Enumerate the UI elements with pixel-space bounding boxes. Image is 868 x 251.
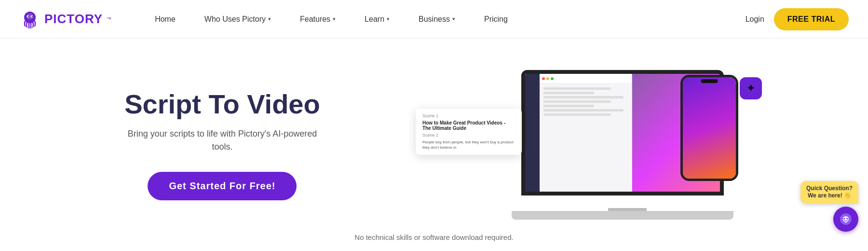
svg-point-8 bbox=[847, 218, 848, 220]
phone-screen bbox=[683, 77, 736, 179]
hero-subtitle: Bring your scripts to life with Pictory'… bbox=[121, 127, 324, 153]
nav-links: Home Who Uses Pictory ▾ Features ▾ Learn… bbox=[140, 15, 745, 24]
chevron-down-icon: ▾ bbox=[333, 16, 336, 22]
script-scene1: Scene 1 bbox=[422, 113, 515, 118]
chevron-down-icon: ▾ bbox=[387, 16, 390, 22]
login-button[interactable]: Login bbox=[746, 15, 764, 24]
screen-header bbox=[540, 74, 632, 84]
chat-widget[interactable]: Quick Question? We are here! 👋 bbox=[800, 181, 858, 232]
nav-item-who-uses[interactable]: Who Uses Pictory ▾ bbox=[190, 15, 285, 24]
nav-item-home[interactable]: Home bbox=[140, 15, 190, 24]
nav-right: Login FREE TRIAL bbox=[746, 8, 849, 30]
brand-tm: ™ bbox=[107, 16, 111, 22]
window-dot-green bbox=[551, 77, 554, 80]
laptop-mockup bbox=[512, 70, 743, 220]
chat-line2: We are here! 👋 bbox=[806, 192, 853, 200]
nav-learn-label: Learn bbox=[365, 15, 384, 24]
chat-icon[interactable] bbox=[833, 207, 858, 232]
logo[interactable]: PICTORY™ bbox=[19, 9, 111, 30]
phone-notch bbox=[701, 79, 718, 83]
chat-line1: Quick Question? bbox=[806, 185, 853, 193]
svg-point-4 bbox=[28, 15, 29, 16]
script-card: Scene 1 How to Make Great Product Videos… bbox=[416, 109, 522, 155]
chat-bubble: Quick Question? We are here! 👋 bbox=[800, 181, 858, 204]
script-card-title: How to Make Great Product Videos - The U… bbox=[422, 120, 515, 131]
nav-item-learn[interactable]: Learn ▾ bbox=[350, 15, 404, 24]
screen-line bbox=[543, 105, 594, 107]
screen-line bbox=[543, 100, 611, 103]
screen-line bbox=[543, 87, 611, 90]
screen-line bbox=[543, 96, 624, 98]
svg-point-7 bbox=[844, 218, 845, 220]
nav-home-label: Home bbox=[155, 15, 176, 24]
hero-right: ✦ Scene 1 How to Make Great Product Vide… bbox=[425, 70, 829, 220]
nav-item-business[interactable]: Business ▾ bbox=[404, 15, 470, 24]
chevron-down-icon: ▾ bbox=[268, 16, 271, 22]
screen-line bbox=[543, 113, 611, 116]
screen-sidebar bbox=[525, 74, 540, 192]
chat-brain-icon bbox=[839, 212, 853, 226]
screen-app-overlay bbox=[525, 74, 632, 192]
nav-business-label: Business bbox=[419, 15, 450, 24]
script-card-body: People buy from people, but they won't b… bbox=[422, 139, 515, 150]
get-started-button[interactable]: Get Started For Free! bbox=[148, 172, 297, 200]
free-trial-button[interactable]: FREE TRIAL bbox=[774, 8, 849, 30]
magic-wand-icon: ✦ bbox=[746, 82, 755, 95]
navbar: PICTORY™ Home Who Uses Pictory ▾ Feature… bbox=[0, 0, 868, 39]
hero-section: Script To Video Bring your scripts to li… bbox=[0, 39, 868, 251]
nav-pricing-label: Pricing bbox=[484, 15, 508, 24]
script-scene2: Scene 2 bbox=[422, 133, 515, 138]
logo-icon bbox=[19, 9, 41, 30]
nav-who-uses-label: Who Uses Pictory bbox=[204, 15, 266, 24]
nav-features-label: Features bbox=[300, 15, 330, 24]
window-dot-yellow bbox=[546, 77, 549, 80]
laptop-base bbox=[512, 211, 733, 220]
nav-item-pricing[interactable]: Pricing bbox=[470, 15, 522, 24]
chevron-down-icon: ▾ bbox=[452, 16, 455, 22]
window-dot-red bbox=[542, 77, 545, 80]
brand-name: PICTORY bbox=[44, 12, 103, 27]
hero-left: Script To Video Bring your scripts to li… bbox=[39, 89, 425, 201]
svg-point-5 bbox=[32, 15, 33, 16]
nav-item-features[interactable]: Features ▾ bbox=[285, 15, 350, 24]
hero-bottom-text: No technical skills or software download… bbox=[354, 233, 513, 241]
screen-content bbox=[540, 84, 632, 192]
hero-title: Script To Video bbox=[124, 89, 320, 119]
magic-wand-badge: ✦ bbox=[740, 77, 762, 99]
screen-line bbox=[543, 92, 594, 94]
screen-line bbox=[543, 109, 624, 112]
phone-mockup bbox=[680, 75, 738, 181]
